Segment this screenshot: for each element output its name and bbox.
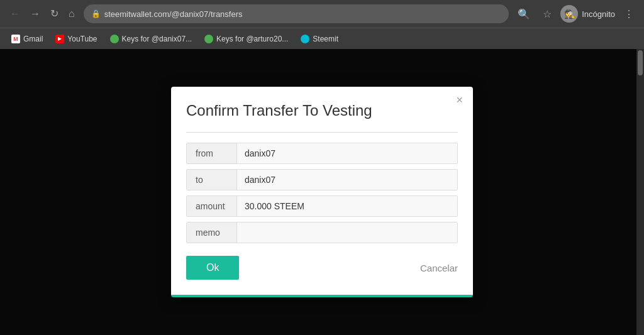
field-amount-value: 30.000 STEEM <box>237 196 457 216</box>
field-to-label: to <box>187 170 237 190</box>
bookmark-star-button[interactable]: ☆ <box>539 6 555 23</box>
bookmark-youtube[interactable]: ▶ YouTube <box>50 33 102 45</box>
forward-button[interactable]: → <box>26 6 44 21</box>
bookmark-steemit-label: Steemit <box>313 35 338 43</box>
lock-icon: 🔒 <box>91 9 101 18</box>
field-memo-label: memo <box>187 222 237 243</box>
browser-chrome: ← → ↻ ⌂ 🔒 steemitwallet.com/@danix07/tra… <box>0 0 644 49</box>
field-to-value: danix07 <box>237 170 457 190</box>
modal-overlay: × Confirm Transfer To Vesting from danix… <box>0 49 644 335</box>
reload-button[interactable]: ↻ <box>47 6 62 21</box>
field-memo-value <box>237 222 457 243</box>
field-to: to danix07 <box>186 169 458 190</box>
modal-actions: Ok Cancelar <box>186 256 458 280</box>
scrollbar-thumb[interactable] <box>638 50 643 75</box>
modal-title: Confirm Transfer To Vesting <box>186 102 458 119</box>
incognito-button[interactable]: 🕵 Incógnito <box>560 5 615 23</box>
back-button[interactable]: ← <box>6 6 24 21</box>
bookmark-keys-danix[interactable]: Keys for @danix07... <box>105 33 197 45</box>
bookmark-steemit[interactable]: Steemit <box>296 33 343 45</box>
bookmark-gmail[interactable]: M Gmail <box>6 33 48 45</box>
bookmark-keys-arturo[interactable]: Keys for @arturo20... <box>199 33 293 45</box>
confirm-transfer-modal: × Confirm Transfer To Vesting from danix… <box>171 87 473 297</box>
browser-actions: 🔍 ☆ 🕵 Incógnito ⋮ <box>514 5 638 23</box>
modal-close-button[interactable]: × <box>456 94 463 106</box>
ok-button[interactable]: Ok <box>186 256 239 280</box>
keys-danix-favicon <box>110 35 119 43</box>
keys-arturo-favicon <box>204 35 213 43</box>
bookmark-keys-danix-label: Keys for @danix07... <box>122 35 192 43</box>
bookmark-keys-arturo-label: Keys for @arturo20... <box>216 35 288 43</box>
menu-button[interactable]: ⋮ <box>620 6 638 23</box>
incognito-label: Incógnito <box>582 9 615 19</box>
zoom-button[interactable]: 🔍 <box>514 6 534 23</box>
modal-divider <box>186 132 458 133</box>
field-amount-label: amount <box>187 196 237 216</box>
cancel-button[interactable]: Cancelar <box>420 263 458 273</box>
field-amount: amount 30.000 STEEM <box>186 195 458 217</box>
home-button[interactable]: ⌂ <box>65 6 79 21</box>
field-from-value: danix07 <box>237 143 457 163</box>
bookmark-gmail-label: Gmail <box>23 35 43 43</box>
steemit-favicon <box>301 35 309 43</box>
browser-toolbar: ← → ↻ ⌂ 🔒 steemitwallet.com/@danix07/tra… <box>0 0 644 28</box>
field-memo: memo <box>186 222 458 243</box>
incognito-avatar: 🕵 <box>560 5 578 23</box>
bookmark-youtube-label: YouTube <box>67 35 97 43</box>
gmail-favicon: M <box>11 35 20 43</box>
page-content: × Confirm Transfer To Vesting from danix… <box>0 49 644 335</box>
bookmarks-bar: M Gmail ▶ YouTube Keys for @danix07... K… <box>0 28 644 49</box>
nav-buttons: ← → ↻ ⌂ <box>6 6 79 21</box>
scrollbar[interactable] <box>636 49 644 335</box>
field-from-label: from <box>187 143 237 163</box>
youtube-favicon: ▶ <box>55 35 64 43</box>
address-bar[interactable]: 🔒 steemitwallet.com/@danix07/transfers <box>84 4 509 23</box>
field-from: from danix07 <box>186 143 458 164</box>
url-text: steemitwallet.com/@danix07/transfers <box>104 9 243 19</box>
